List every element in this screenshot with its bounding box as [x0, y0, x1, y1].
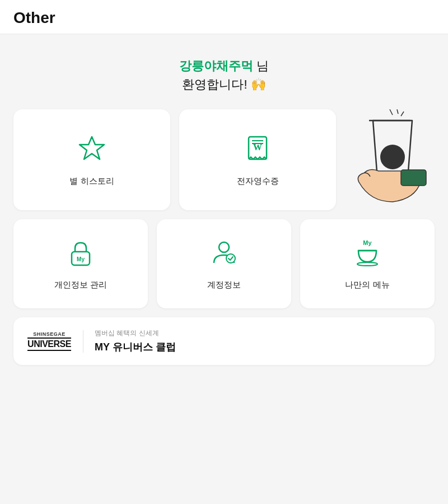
- star-history-label: 별 히스토리: [69, 176, 114, 187]
- svg-point-13: [219, 242, 229, 252]
- svg-point-9: [380, 145, 405, 169]
- lock-my-icon: My: [65, 237, 96, 271]
- svg-point-14: [226, 254, 235, 263]
- cup-hand-illustration: [345, 109, 435, 210]
- receipt-icon: W: [242, 133, 273, 167]
- welcome-section: 강릉야채주먹 님 환영합니다! 🙌: [13, 45, 435, 109]
- svg-marker-0: [80, 137, 104, 159]
- my-menu-card[interactable]: My 나만의 메뉴: [300, 219, 435, 308]
- e-receipt-label: 전자영수증: [237, 176, 279, 187]
- star-icon: [76, 133, 108, 167]
- shinsegae-logo: SHINSEGAE UNIVERSE: [27, 331, 72, 351]
- privacy-label: 개인정보 관리: [54, 280, 107, 290]
- welcome-greeting: 환영합니다! 🙌: [182, 77, 265, 91]
- universe-banner[interactable]: SHINSEGAE UNIVERSE 멤버십 혜택의 신세계 MY 유니버스 클…: [13, 317, 435, 365]
- banner-divider: [83, 330, 83, 353]
- svg-text:My: My: [363, 239, 372, 246]
- svg-text:My: My: [77, 256, 85, 262]
- banner-title: MY 유니버스 클럽: [95, 340, 176, 354]
- illustration-card: [345, 109, 435, 210]
- e-receipt-card[interactable]: W 전자영수증: [179, 109, 336, 210]
- account-card[interactable]: 계정정보: [157, 219, 291, 308]
- svg-line-8: [401, 112, 404, 116]
- main-content: 강릉야채주먹 님 환영합니다! 🙌 별 히스토리: [0, 34, 448, 376]
- bottom-grid: My 개인정보 관리 계정정보: [13, 219, 435, 308]
- account-verified-icon: [208, 237, 240, 271]
- star-history-card[interactable]: 별 히스토리: [13, 109, 170, 210]
- universe-text: UNIVERSE: [27, 337, 71, 351]
- welcome-suffix: 님: [253, 59, 269, 73]
- page-title: Other: [13, 9, 55, 26]
- top-grid: 별 히스토리 W 전자영수증: [13, 109, 435, 210]
- svg-point-17: [357, 262, 377, 266]
- my-menu-label: 나만의 메뉴: [345, 280, 389, 290]
- header: Other: [0, 0, 448, 34]
- welcome-text: 강릉야채주먹 님 환영합니다! 🙌: [13, 57, 435, 94]
- banner-text: 멤버십 혜택의 신세계 MY 유니버스 클럽: [95, 329, 176, 354]
- svg-line-7: [397, 109, 398, 114]
- svg-line-6: [390, 109, 393, 115]
- shinsegae-text: SHINSEGAE: [33, 331, 66, 337]
- svg-rect-10: [401, 170, 426, 186]
- privacy-card[interactable]: My 개인정보 관리: [13, 219, 148, 308]
- banner-subtitle: 멤버십 혜택의 신세계: [95, 329, 176, 338]
- my-cup-icon: My: [352, 237, 383, 271]
- account-label: 계정정보: [207, 280, 241, 290]
- welcome-name: 강릉야채주먹: [179, 59, 253, 73]
